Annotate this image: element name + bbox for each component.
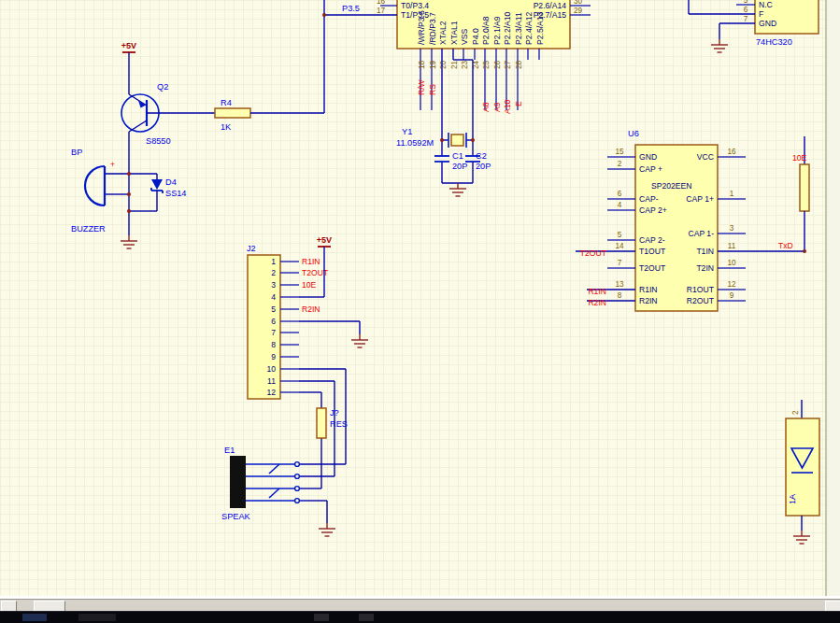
mcu-bottom-num-2: 20 <box>439 60 448 69</box>
j2-net-10e: 10E <box>302 280 317 290</box>
c2-designator: C2 <box>476 151 487 161</box>
buzzer-designator: BP <box>71 148 82 157</box>
amp-pin-number: 2 <box>791 410 800 415</box>
u6-lnum-2: 2 <box>618 160 622 168</box>
c1-designator: C1 <box>452 151 463 161</box>
hc320-num-5: 5 <box>744 0 748 5</box>
u6-lname-cap-plus: CAP + <box>639 164 662 174</box>
mcu-bottom-name-11: P2.5/A13 <box>535 11 545 45</box>
u6-rnum-1: 1 <box>730 190 734 198</box>
taskbar-start-item[interactable] <box>22 614 47 621</box>
u6-rnum-3: 3 <box>730 224 734 233</box>
j2-net-r2in: R2IN <box>302 304 320 314</box>
mcu-bottom-num-7: 26 <box>493 60 502 69</box>
mcu-pin16-name: T0/P3.4 <box>401 1 429 10</box>
mcu-bottom-name-8: P2.2/A10 <box>503 11 512 45</box>
j2-pin-9: 9 <box>271 352 276 361</box>
horizontal-scrollbar[interactable] <box>0 599 840 612</box>
schematic-canvas[interactable]: 16 17 T0/P3.4 T1/P3.5 30 29 P2.6/A14 P2.… <box>0 0 840 596</box>
y1-designator: Y1 <box>402 127 412 136</box>
u6-net-txd: TxD <box>778 241 793 250</box>
e1-designator: E1 <box>224 446 235 455</box>
hc320-name-f: F <box>759 9 763 19</box>
net-label-rw: R/W <box>417 78 426 95</box>
u6-designator: U6 <box>628 129 639 138</box>
junction-dot <box>471 138 475 142</box>
net-label-p3-5: P3.5 <box>342 4 360 13</box>
c1-value: 20P <box>452 162 467 171</box>
mcu-bottom-name-4: VSS <box>460 29 469 45</box>
mcu-bottom-num-6: 25 <box>482 60 491 69</box>
hc320-num-6: 6 <box>744 6 748 14</box>
u6-lnum-4: 4 <box>618 201 622 209</box>
jack-body <box>230 456 246 508</box>
u6-lnum-14: 14 <box>615 242 624 250</box>
mcu-bottom-name-7: P2.1/A9 <box>492 16 502 45</box>
u6-rnum-9: 9 <box>730 291 734 300</box>
net-label-a9: A9 <box>492 102 502 112</box>
j2-pin-3: 3 <box>271 280 276 290</box>
u6-part: SP202EEN <box>651 181 691 191</box>
hc320-name-gnd: GND <box>759 19 776 28</box>
u6-lname-t2out: T2OUT <box>639 263 666 273</box>
mcu-bottom-name-3: XTAL1 <box>449 21 459 45</box>
mcu-pin17-number: 17 <box>377 7 386 15</box>
mcu-bottom-num-0: 18 <box>418 60 426 69</box>
u6-lnum-6: 6 <box>618 190 622 198</box>
q2-part: S8550 <box>146 136 171 146</box>
hc320-designator: 74HC320 <box>756 37 792 47</box>
mcu-bottom-name-2: XTAL2 <box>438 21 448 45</box>
mcu-right-pin1-number: 30 <box>574 0 583 6</box>
j2-pin-4: 4 <box>271 292 276 302</box>
taskbar-window-button[interactable] <box>359 614 374 621</box>
mcu-bottom-num-1: 19 <box>429 60 437 69</box>
u6-lnum-5: 5 <box>618 231 622 239</box>
taskbar[interactable] <box>0 611 840 623</box>
taskbar-window-button[interactable] <box>314 614 329 621</box>
u6-lnum-7: 7 <box>618 259 622 267</box>
vcc-label: +5V <box>317 235 332 245</box>
u6-lname-r2in: R2IN <box>639 296 658 305</box>
r10e-net-label: 10E <box>792 153 807 163</box>
crystal-y1[interactable] <box>448 133 466 148</box>
u6-lname-cap2-minus: CAP 2- <box>639 235 665 245</box>
hc320-num-7: 7 <box>744 15 748 23</box>
buzzer-polarity: + <box>110 160 115 169</box>
mcu-bottom-name-1: /RD/P3.7 <box>428 12 437 45</box>
mcu-right-pin1-name: P2.6/A14 <box>534 1 567 10</box>
mcu-bottom-name-0: /WR/P3.6 <box>417 10 426 45</box>
junction-dot <box>440 138 444 142</box>
net-label-e: E <box>514 101 523 106</box>
q2-designator: Q2 <box>157 82 168 92</box>
u6-lnum-8: 8 <box>618 291 622 300</box>
junction-dot <box>127 172 131 176</box>
u6-net-r2in: R2IN <box>588 298 606 307</box>
u6-rname-cap1-plus: CAP 1+ <box>686 194 714 204</box>
junction-dot <box>127 209 131 213</box>
u6-rname-r2out: R2OUT <box>687 296 715 305</box>
j2-pin-8: 8 <box>271 340 276 349</box>
u6-lname-r1in: R1IN <box>639 285 658 294</box>
u6-rnum-16: 16 <box>727 148 736 156</box>
res-designator: J? <box>330 408 339 418</box>
mcu-right-pin2-number: 29 <box>574 7 583 15</box>
u6-rnum-10: 10 <box>727 259 736 267</box>
mcu-pin16-number: 16 <box>377 0 386 6</box>
junction-dot <box>803 249 806 253</box>
u6-net-t2out: T2OUT <box>580 248 607 258</box>
u6-rnum-12: 12 <box>727 280 736 289</box>
u6-rname-vcc: VCC <box>697 152 714 162</box>
junction-dot <box>322 13 326 17</box>
mcu-bottom-num-9: 28 <box>515 60 523 69</box>
j2-pin-12: 12 <box>266 388 276 397</box>
mcu-bottom-name-6: P2.0/A8 <box>481 16 491 45</box>
mcu-bottom-name-5: P4.0 <box>471 28 480 45</box>
j2-pin-11: 11 <box>267 376 276 386</box>
j2-pin-10: 10 <box>266 364 276 374</box>
sheet-margin <box>827 0 840 596</box>
taskbar-window-button[interactable] <box>78 614 116 621</box>
junction-dot <box>127 192 131 196</box>
net-label-a8: A8 <box>481 102 491 112</box>
buzzer-label: BUZZER <box>71 224 106 234</box>
net-label-a10: A10 <box>503 99 512 114</box>
